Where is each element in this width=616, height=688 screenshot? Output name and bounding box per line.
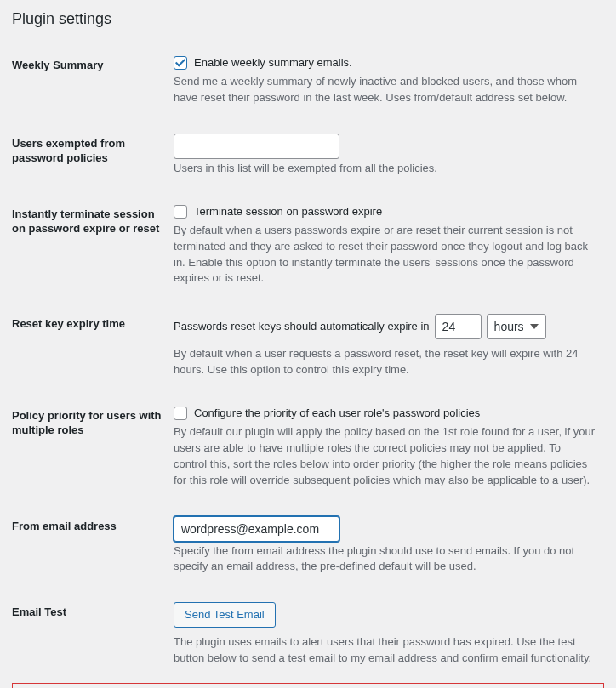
row-reset-key: Reset key expiry time Passwords reset ke… (12, 304, 604, 395)
label-weekly-summary: Weekly Summary (12, 45, 174, 123)
checkbox-label-policy-priority: Configure the priority of each user role… (194, 406, 480, 421)
checkbox-label-terminate-session: Terminate session on password expire (194, 204, 382, 219)
label-terminate-session: Instantly terminate session on password … (12, 194, 174, 304)
settings-form: Weekly Summary Enable weekly summary ema… (12, 45, 604, 688)
label-reset-key: Reset key expiry time (12, 304, 174, 395)
desc-terminate-session: By default when a users passwords expire… (174, 223, 596, 287)
checkbox-weekly-summary[interactable] (174, 56, 187, 70)
label-from-email: From email address (12, 506, 174, 593)
input-reset-key-value[interactable] (435, 314, 482, 339)
desc-weekly-summary: Send me a weekly summary of newly inacti… (174, 74, 596, 106)
desc-reset-key: By default when a user requests a passwo… (174, 346, 596, 378)
label-email-test: Email Test (12, 592, 174, 683)
input-exempted-users[interactable] (174, 134, 339, 159)
row-delete-data: Delete database data upon uninstall Dele… (12, 683, 604, 688)
desc-from-email: Specify the from email address the plugi… (174, 543, 596, 576)
desc-exempted-users: Users in this list will be exempted from… (174, 161, 596, 177)
row-terminate-session: Instantly terminate session on password … (12, 194, 604, 304)
row-weekly-summary: Weekly Summary Enable weekly summary ema… (12, 45, 604, 123)
page-title: Plugin settings (12, 10, 604, 28)
send-test-email-button[interactable]: Send Test Email (174, 602, 276, 628)
reset-key-prefix-text: Passwords reset keys should automaticall… (174, 319, 430, 334)
desc-policy-priority: By default our plugin will apply the pol… (174, 424, 596, 488)
checkbox-label-weekly-summary: Enable weekly summary emails. (194, 55, 352, 71)
select-reset-key-unit[interactable]: hours (487, 314, 546, 339)
row-exempted-users: Users exempted from password policies Us… (12, 123, 604, 194)
label-policy-priority: Policy priority for users with multiple … (12, 395, 174, 506)
row-from-email: From email address Specify the from emai… (12, 506, 604, 593)
label-delete-data: Delete database data upon uninstall (12, 683, 174, 688)
checkbox-policy-priority[interactable] (174, 407, 187, 420)
input-from-email[interactable] (174, 516, 339, 542)
row-email-test: Email Test Send Test Email The plugin us… (12, 592, 604, 683)
desc-email-test: The plugin uses emails to alert users th… (174, 634, 596, 667)
checkbox-terminate-session[interactable] (174, 205, 187, 219)
row-policy-priority: Policy priority for users with multiple … (12, 395, 604, 506)
label-exempted-users: Users exempted from password policies (12, 123, 174, 194)
